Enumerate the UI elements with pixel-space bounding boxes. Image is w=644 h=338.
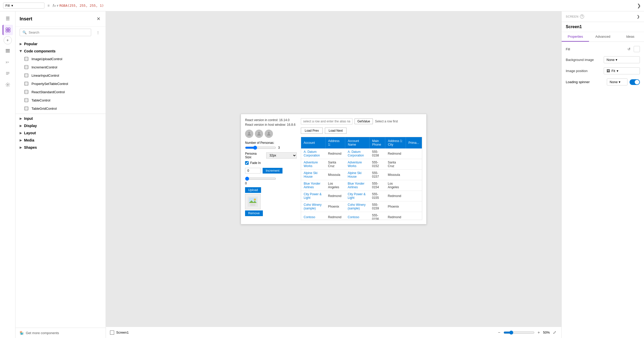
grid-scroll[interactable]: Account Address 1: Account Name Main Pho…	[301, 137, 422, 220]
remove-button[interactable]: Remove	[245, 210, 263, 216]
cell-city[interactable]: Redmond	[385, 148, 406, 159]
cell-primary[interactable]	[406, 212, 422, 220]
category-media[interactable]: ▶ Media	[15, 137, 106, 144]
cell-acctname[interactable]: Blue Yonder Airlines	[345, 180, 370, 191]
cell-address[interactable]: Santa Cruz	[325, 159, 345, 169]
fill-reset-icon[interactable]: ↺	[626, 46, 632, 52]
get-more-components-link[interactable]: 🏪 Get more components	[15, 328, 106, 338]
cell-address[interactable]: Los Angeles	[325, 180, 345, 191]
cell-city[interactable]: Phoenix	[385, 201, 406, 212]
chevron-right-icon[interactable]: ❯	[637, 3, 641, 8]
table-row[interactable]: Blue Yonder AirlinesLos AngelesBlue Yond…	[301, 180, 422, 191]
loading-toggle[interactable]	[630, 79, 640, 85]
cell-primary[interactable]	[406, 201, 422, 212]
sidebar-settings-icon[interactable]	[3, 80, 13, 90]
component-property-set[interactable]: PropertySetTableControl	[15, 80, 106, 88]
cell-address[interactable]: Redmond	[325, 212, 345, 220]
component-table[interactable]: TableControl	[15, 96, 106, 104]
category-display[interactable]: ▶ Display	[15, 122, 106, 129]
cell-account[interactable]: Alpine Ski House	[301, 169, 325, 180]
cell-phone[interactable]: 555-0158	[370, 148, 385, 159]
cell-phone[interactable]: 555-0159	[370, 201, 385, 212]
help-icon[interactable]: ?	[580, 14, 584, 19]
cell-address[interactable]: Redmond	[325, 191, 345, 201]
sidebar-add-icon[interactable]: +	[4, 36, 12, 44]
image-position-dropdown[interactable]: 🖼 Fit ▾	[604, 67, 640, 74]
insert-panel-close[interactable]: ✕	[96, 15, 101, 23]
sidebar-menu-icon[interactable]: ☰	[3, 13, 13, 24]
more-options-button[interactable]: ⋮	[94, 29, 101, 36]
fill-color-box[interactable]	[634, 46, 640, 52]
cell-city[interactable]: Santa Cruz	[385, 159, 406, 169]
component-react-standard[interactable]: ReactStandardControl	[15, 88, 106, 96]
tab-properties[interactable]: Properties	[562, 32, 589, 42]
cell-acctname[interactable]: Contoso	[345, 212, 370, 220]
table-row[interactable]: Alpine Ski HouseMissoulaAlpine Ski House…	[301, 169, 422, 180]
cell-phone[interactable]: 555-0155	[370, 191, 385, 201]
table-row[interactable]: Adventure WorksSanta CruzAdventure Works…	[301, 159, 422, 169]
tab-advanced[interactable]: Advanced	[589, 32, 616, 42]
category-layout[interactable]: ▶ Layout	[15, 129, 106, 137]
load-prev-button[interactable]: Load Prev	[301, 128, 323, 134]
cell-primary[interactable]	[406, 148, 422, 159]
cell-account[interactable]: Blue Yonder Airlines	[301, 180, 325, 191]
right-panel-nav-icon[interactable]: ❯	[637, 14, 640, 19]
cell-account[interactable]: A. Datum Corporation	[301, 148, 325, 159]
category-code-components[interactable]: ▶ Code components	[15, 48, 106, 55]
persona-size-dropdown[interactable]: 32px 48px 64px	[266, 152, 297, 159]
sidebar-rules-icon[interactable]	[3, 68, 13, 78]
cell-phone[interactable]: 555-0152	[370, 159, 385, 169]
sidebar-data-icon[interactable]	[3, 45, 13, 56]
zoom-plus-button[interactable]: +	[537, 329, 541, 336]
cell-city[interactable]: Los Angeles	[385, 180, 406, 191]
cell-address[interactable]: Redmond	[325, 148, 345, 159]
fx-icon[interactable]: fx ∨	[53, 4, 58, 8]
component-increment[interactable]: IncrementControl	[15, 63, 106, 71]
cell-primary[interactable]	[406, 169, 422, 180]
table-row[interactable]: Coho Winery (sample)PhoenixCoho Winery (…	[301, 201, 422, 212]
fade-in-checkbox[interactable]	[245, 161, 249, 165]
load-next-button[interactable]: Load Next	[325, 128, 347, 134]
cell-city[interactable]: Missoula	[385, 169, 406, 180]
cell-primary[interactable]	[406, 191, 422, 201]
zoom-slider[interactable]	[504, 331, 535, 335]
zoom-minus-button[interactable]: −	[497, 329, 501, 336]
cell-acctname[interactable]: Adventure Works	[345, 159, 370, 169]
table-row[interactable]: City Power & LightRedmondCity Power & Li…	[301, 191, 422, 201]
main-slider[interactable]	[245, 177, 276, 181]
cell-city[interactable]: Redmond	[385, 191, 406, 201]
cell-primary[interactable]	[406, 180, 422, 191]
cell-account[interactable]: Coho Winery (sample)	[301, 201, 325, 212]
upload-button[interactable]: Upload	[245, 187, 261, 193]
category-shapes[interactable]: ▶ Shapes	[15, 144, 106, 151]
cell-acctname[interactable]: Alpine Ski House	[345, 169, 370, 180]
fill-dropdown[interactable]: Fill ▾	[3, 3, 44, 9]
loading-dropdown[interactable]: None ▾	[607, 78, 627, 85]
component-image-upload[interactable]: ImageUploadControl	[15, 55, 106, 63]
cell-phone[interactable]: 555-0157	[370, 169, 385, 180]
cell-address[interactable]: Missoula	[325, 169, 345, 180]
cell-address[interactable]: Phoenix	[325, 201, 345, 212]
sidebar-vars-icon[interactable]: x=	[3, 57, 13, 67]
category-popular[interactable]: ▶ Popular	[15, 40, 106, 48]
formula-input[interactable]	[59, 4, 635, 7]
cell-phone[interactable]: 555-0156	[370, 212, 385, 220]
component-table-grid[interactable]: TableGridControl	[15, 104, 106, 113]
component-linear-input[interactable]: LinearInputControl	[15, 71, 106, 80]
cell-primary[interactable]	[406, 159, 422, 169]
category-input[interactable]: ▶ Input	[15, 115, 106, 122]
cell-city[interactable]: Redmond	[385, 212, 406, 220]
cell-acctname[interactable]: City Power & Light	[345, 191, 370, 201]
cell-acctname[interactable]: Coho Winery (sample)	[345, 201, 370, 212]
number-input[interactable]	[245, 168, 261, 174]
expand-button[interactable]: ⤢	[552, 329, 557, 336]
cell-account[interactable]: Contoso	[301, 212, 325, 220]
cell-account[interactable]: Adventure Works	[301, 159, 325, 169]
increment-button[interactable]: Increment	[263, 168, 282, 174]
cell-phone[interactable]: 555-0154	[370, 180, 385, 191]
table-row[interactable]: A. Datum CorporationRedmondA. Datum Corp…	[301, 148, 422, 159]
search-input[interactable]	[29, 30, 88, 34]
sidebar-insert-icon[interactable]	[3, 25, 13, 35]
persona-count-slider[interactable]	[245, 146, 276, 150]
bg-image-dropdown[interactable]: None ▾	[604, 56, 640, 63]
